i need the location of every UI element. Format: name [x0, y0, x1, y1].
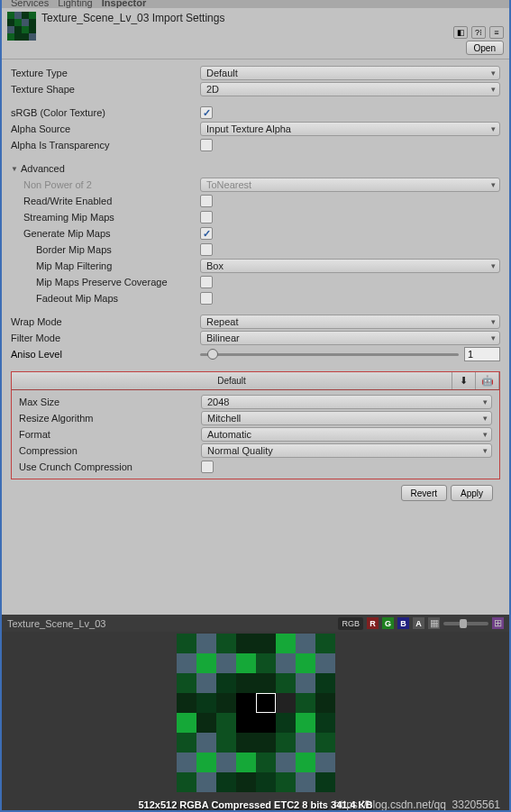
platform-tab-android-icon[interactable]: 🤖: [476, 372, 499, 389]
help-icon[interactable]: ?⁝: [471, 26, 486, 39]
format-dropdown[interactable]: Automatic: [201, 427, 492, 442]
alpha-trans-checkbox[interactable]: [200, 139, 213, 151]
texture-shape-dropdown[interactable]: 2D: [200, 82, 500, 96]
texture-shape-label: Texture Shape: [11, 84, 200, 95]
rgb-mode-button[interactable]: RGB: [338, 617, 363, 630]
advanced-foldout[interactable]: Advanced: [11, 160, 500, 177]
tab-services[interactable]: Services: [11, 0, 49, 8]
open-button[interactable]: Open: [466, 41, 504, 55]
resize-dropdown[interactable]: Mitchell: [201, 411, 492, 425]
npot-dropdown[interactable]: ToNearest: [200, 178, 500, 192]
tab-inspector[interactable]: Inspector: [102, 0, 147, 8]
preview-toolbar: Texture_Scene_Lv_03 RGB R G B A ▦ ⊞: [2, 615, 509, 632]
crunch-label: Use Crunch Compression: [19, 461, 201, 472]
aniso-slider[interactable]: [200, 348, 459, 360]
srgb-label: sRGB (Color Texture): [11, 107, 200, 118]
watermark-text: https://blog.csdn.net/qq_33205561: [334, 798, 500, 811]
compression-dropdown[interactable]: Normal Quality: [201, 443, 492, 458]
filtermode-dropdown[interactable]: Bilinear: [200, 331, 500, 345]
border-checkbox[interactable]: [200, 243, 213, 256]
inspector-header: Texture_Scene_Lv_03 Import Settings ◧ ?⁝…: [2, 8, 509, 59]
filtermode-label: Filter Mode: [11, 333, 200, 343]
texture-type-dropdown[interactable]: Default: [200, 66, 500, 80]
maxsize-dropdown[interactable]: 2048: [201, 395, 492, 409]
fadeout-checkbox[interactable]: [200, 292, 213, 305]
texture-preview: 512x512 RGBA Compressed ETC2 8 bits 341.…: [2, 632, 509, 812]
preset-icon[interactable]: ◧: [453, 26, 468, 39]
menu-icon[interactable]: ≡: [489, 26, 504, 39]
border-label: Border Mip Maps: [11, 244, 200, 255]
coverage-label: Mip Maps Preserve Coverage: [11, 277, 200, 287]
maxsize-label: Max Size: [19, 397, 201, 407]
stream-label: Streaming Mip Maps: [11, 212, 200, 223]
alpha-source-dropdown[interactable]: Input Texture Alpha: [200, 122, 500, 136]
asset-thumbnail: [7, 12, 36, 41]
srgb-checkbox[interactable]: [200, 106, 213, 119]
mipfilter-label: Mip Map Filtering: [11, 260, 200, 271]
channel-r-button[interactable]: R: [367, 617, 379, 629]
platform-tab-standalone-icon[interactable]: ⬇: [452, 372, 476, 389]
asset-title: Texture_Scene_Lv_03 Import Settings: [41, 12, 504, 24]
channel-b-button[interactable]: B: [397, 617, 409, 629]
preview-asset-name: Texture_Scene_Lv_03: [7, 618, 334, 629]
apply-button[interactable]: Apply: [451, 485, 493, 501]
channel-a-button[interactable]: A: [413, 617, 424, 629]
wrap-dropdown[interactable]: Repeat: [200, 315, 500, 329]
compression-label: Compression: [19, 445, 201, 456]
npot-label: Non Power of 2: [11, 179, 200, 190]
channel-g-button[interactable]: G: [382, 617, 394, 629]
stream-checkbox[interactable]: [200, 211, 213, 224]
crunch-checkbox[interactable]: [201, 461, 214, 473]
rw-label: Read/Write Enabled: [11, 196, 200, 206]
fadeout-label: Fadeout Mip Maps: [11, 293, 200, 304]
resize-label: Resize Algorithm: [19, 413, 201, 424]
rw-checkbox[interactable]: [200, 195, 213, 207]
aniso-input[interactable]: [464, 347, 500, 361]
alpha-source-label: Alpha Source: [11, 123, 200, 134]
genmip-label: Generate Mip Maps: [11, 228, 200, 239]
revert-button[interactable]: Revert: [401, 485, 447, 501]
window-tabs: Services Lighting Inspector: [2, 0, 509, 8]
platform-settings: Default ⬇ 🤖 Max Size2048 Resize Algorith…: [11, 371, 500, 479]
genmip-checkbox[interactable]: [200, 227, 213, 240]
mip-slider[interactable]: [443, 622, 488, 625]
tab-lighting[interactable]: Lighting: [58, 0, 93, 8]
texture-image: [177, 634, 335, 792]
platform-tab-default[interactable]: Default: [12, 372, 452, 389]
checker-icon[interactable]: ▦: [428, 617, 440, 629]
aniso-label: Aniso Level: [11, 349, 200, 360]
coverage-checkbox[interactable]: [200, 276, 213, 288]
mipfilter-dropdown[interactable]: Box: [200, 259, 500, 273]
texture-type-label: Texture Type: [11, 68, 200, 78]
grid-icon[interactable]: ⊞: [492, 617, 504, 629]
alpha-trans-label: Alpha Is Transparency: [11, 140, 200, 151]
wrap-label: Wrap Mode: [11, 316, 200, 327]
format-label: Format: [19, 429, 201, 440]
